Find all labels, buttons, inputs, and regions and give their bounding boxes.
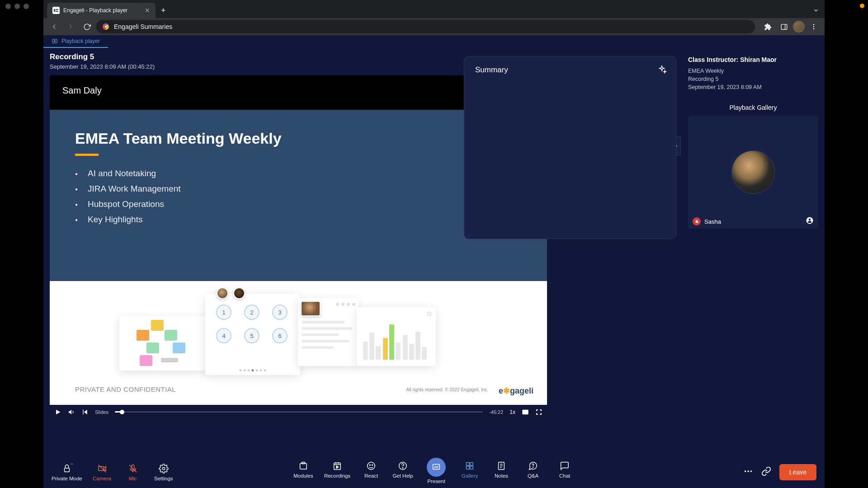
svg-point-36 [368,462,375,470]
camera-label: Camera [93,476,111,481]
notes-button[interactable]: Notes [491,460,512,479]
gallery-label-btn: Gallery [462,473,478,479]
tabs-dropdown-icon[interactable] [813,3,819,18]
site-info-icon[interactable] [102,23,109,30]
sidebar-recording: Recording 5 [688,76,818,82]
more-menu-button[interactable] [743,466,753,478]
recordings-button[interactable]: Recordings [324,460,350,479]
forward-button[interactable] [63,19,78,34]
instructor-label: Class Instructor: Shiran Maor [688,56,818,63]
traffic-light-zoom[interactable] [24,4,29,9]
center-area: Recording 5 September 19, 2023 8:09 AM (… [43,48,680,456]
prev-button[interactable] [81,408,89,416]
camera-button[interactable]: Camera [91,463,113,481]
slide-footer-left: PRIVATE AND CONFIDENTIAL [75,385,176,393]
svg-marker-15 [84,409,87,414]
svg-point-51 [745,470,746,472]
address-bar[interactable]: Engageli Summaries [96,20,755,33]
svg-line-25 [99,465,106,473]
svg-point-40 [402,468,403,468]
macos-traffic-lights [5,4,29,9]
app-root: Playback player Recording 5 September 19… [43,35,825,488]
profile-avatar[interactable] [793,21,805,33]
mic-muted-icon [693,217,701,225]
browser-window: Engageli - Playback player ✕ + Engageli … [43,0,825,488]
tab-playback-player[interactable]: Playback player [43,35,108,48]
svg-point-9 [813,24,815,25]
sidepanel-icon[interactable] [777,19,791,34]
tab-title: Engageli - Playback player [63,7,141,14]
svg-marker-35 [336,466,339,469]
engageli-logo: e✱gageli [499,386,533,396]
play-button[interactable] [54,408,61,416]
present-button[interactable]: Present [424,460,449,484]
svg-point-52 [747,470,749,472]
qa-button[interactable]: Q&A [522,460,544,479]
mic-button[interactable]: Mic [122,463,144,481]
sidebar-datetime: September 19, 2023 8:09 AM [688,84,818,90]
gallery-label: Playback Gallery [688,104,818,111]
browser-tab-bar: Engageli - Playback player ✕ + [43,0,825,18]
modules-label: Modules [293,473,313,479]
get-help-label: Get Help [392,473,413,479]
react-button[interactable]: React [360,460,382,479]
extensions-icon[interactable] [760,19,775,34]
seek-thumb[interactable] [120,410,124,414]
leave-button[interactable]: Leave [779,464,816,480]
svg-rect-16 [83,409,83,414]
slide-underline [75,154,99,156]
slide-bullet: Hubspot Operations [75,199,522,209]
present-label: Present [427,479,445,484]
svg-rect-42 [467,463,469,465]
bottom-toolbar: Private Mode Camera Mic Settings [43,456,825,488]
volume-button[interactable] [68,408,75,416]
ai-sparkle-icon[interactable] [657,65,667,76]
window-indicator-icon [860,4,864,8]
gallery-tile[interactable]: Sasha [688,116,818,229]
speed-button[interactable]: 1x [509,409,515,415]
chrome-menu-icon[interactable] [807,19,821,34]
tab-close-icon[interactable]: ✕ [145,7,150,14]
svg-rect-0 [52,7,60,14]
tab-favicon-icon [52,7,60,14]
svg-point-38 [372,465,373,465]
qa-label: Q&A [528,473,538,479]
reload-button[interactable] [80,19,94,34]
svg-point-6 [105,26,107,28]
back-button[interactable] [47,19,61,34]
svg-rect-3 [56,11,58,12]
slides-label: Slides [95,409,108,415]
get-help-button[interactable]: Get Help [392,460,414,479]
private-mode-label: Private Mode [52,476,82,481]
pip-button[interactable] [522,408,529,416]
svg-point-11 [813,28,815,29]
modules-button[interactable]: Modules [292,460,314,479]
traffic-light-minimize[interactable] [14,4,20,9]
app-tab-strip: Playback player [43,35,825,48]
slide-bullet: JIRA Work Management [75,184,522,194]
traffic-light-close[interactable] [5,4,11,9]
summary-title: Summary [475,66,665,75]
private-mode-button[interactable]: Private Mode [52,463,82,481]
svg-point-50 [533,467,533,467]
address-text: Engageli Summaries [114,23,172,30]
fullscreen-button[interactable] [535,408,542,416]
participant-name: Sasha [704,218,721,225]
participant-avatar [731,150,775,194]
chat-button[interactable]: Chat [554,460,576,479]
svg-rect-44 [467,466,469,469]
svg-point-53 [750,470,752,472]
seek-track[interactable] [115,411,483,413]
summary-panel: Summary [464,56,676,239]
settings-button[interactable]: Settings [153,463,175,481]
gallery-button[interactable]: Gallery [459,460,481,479]
svg-rect-43 [470,463,473,465]
slide-illustration: 123 456 [119,234,477,375]
browser-tab[interactable]: Engageli - Playback player ✕ [47,3,156,18]
slide-footer-right: All rights reserved. © 2022 Engageli, In… [406,387,488,392]
person-icon[interactable] [806,216,814,226]
new-tab-button[interactable]: + [156,3,171,18]
notes-label: Notes [495,473,508,479]
copy-link-button[interactable] [761,466,771,478]
svg-marker-13 [54,40,56,42]
